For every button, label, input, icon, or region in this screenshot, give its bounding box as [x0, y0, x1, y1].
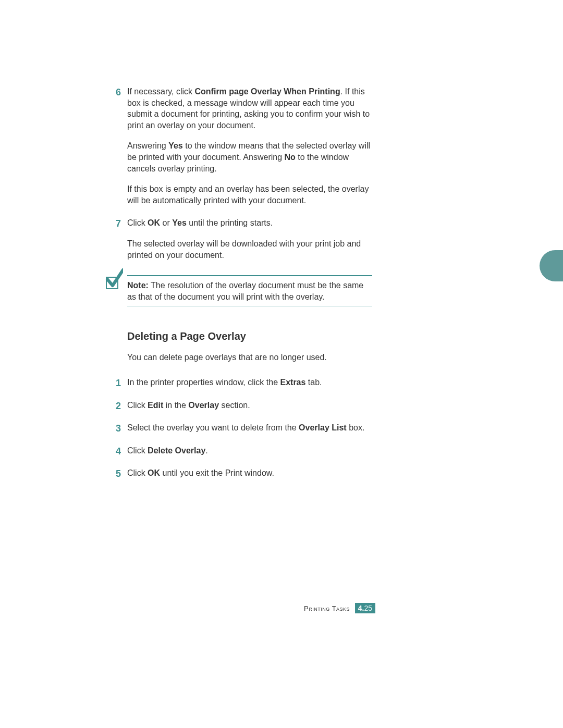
step-body: In the printer properties window, click … — [127, 377, 372, 388]
step-item: 6If necessary, click Confirm page Overla… — [127, 86, 372, 206]
step-paragraph: The selected overlay will be downloaded … — [127, 238, 372, 261]
step-paragraph: Click Edit in the Overlay section. — [127, 400, 372, 411]
step-number: 1 — [116, 377, 121, 389]
step-number: 4 — [116, 445, 121, 458]
step-body: Click OK until you exit the Print window… — [127, 467, 372, 479]
steps-delete: 1In the printer properties window, click… — [127, 377, 372, 479]
step-item: 5Click OK until you exit the Print windo… — [127, 467, 372, 479]
steps-continued: 6If necessary, click Confirm page Overla… — [127, 86, 372, 261]
step-item: 4Click Delete Overlay. — [127, 445, 372, 456]
step-paragraph: Select the overlay you want to delete fr… — [127, 422, 372, 434]
step-number: 7 — [116, 217, 121, 230]
step-item: 3Select the overlay you want to delete f… — [127, 422, 372, 434]
step-paragraph: Answering Yes to the window means that t… — [127, 140, 372, 174]
checkmark-icon — [102, 268, 123, 291]
step-paragraph: Click OK or Yes until the printing start… — [127, 217, 372, 229]
step-item: 2Click Edit in the Overlay section. — [127, 400, 372, 411]
page-content: 6If necessary, click Confirm page Overla… — [127, 86, 372, 490]
step-paragraph: Click OK until you exit the Print window… — [127, 467, 372, 479]
page-footer: Printing Tasks 4.25 — [304, 603, 375, 613]
step-number: 3 — [116, 422, 121, 435]
step-number: 6 — [116, 86, 121, 98]
step-paragraph: In the printer properties window, click … — [127, 377, 372, 388]
section-heading: Deleting a Page Overlay — [127, 330, 372, 342]
note-callout: Note: The resolution of the overlay docu… — [102, 275, 372, 306]
step-item: 7Click OK or Yes until the printing star… — [127, 217, 372, 261]
step-paragraph: If this box is empty and an overlay has … — [127, 183, 372, 206]
step-body: Click Delete Overlay. — [127, 445, 372, 456]
step-body: If necessary, click Confirm page Overlay… — [127, 86, 372, 206]
note-text: Note: The resolution of the overlay docu… — [127, 275, 372, 306]
section-intro: You can delete page overlays that are no… — [127, 352, 372, 363]
step-body: Click OK or Yes until the printing start… — [127, 217, 372, 261]
footer-page: 25 — [364, 604, 372, 612]
footer-section: Printing Tasks — [304, 604, 350, 612]
step-body: Select the overlay you want to delete fr… — [127, 422, 372, 434]
thumb-tab — [540, 250, 563, 281]
step-number: 5 — [116, 467, 121, 480]
step-number: 2 — [116, 400, 121, 412]
footer-chapter: 4. — [358, 604, 364, 612]
step-paragraph: If necessary, click Confirm page Overlay… — [127, 86, 372, 131]
step-paragraph: Click Delete Overlay. — [127, 445, 372, 456]
step-body: Click Edit in the Overlay section. — [127, 400, 372, 411]
footer-page-box: 4.25 — [355, 603, 375, 613]
step-item: 1In the printer properties window, click… — [127, 377, 372, 388]
